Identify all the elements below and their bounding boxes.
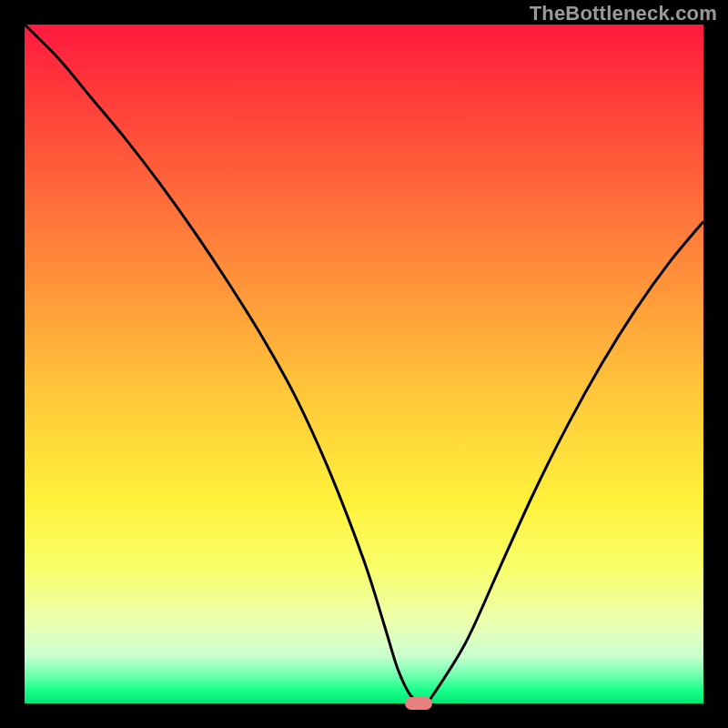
- chart-gradient-area: [25, 25, 703, 703]
- chart-frame: TheBottleneck.com: [0, 0, 728, 728]
- optimal-marker: [405, 697, 432, 710]
- watermark-text: TheBottleneck.com: [530, 2, 717, 25]
